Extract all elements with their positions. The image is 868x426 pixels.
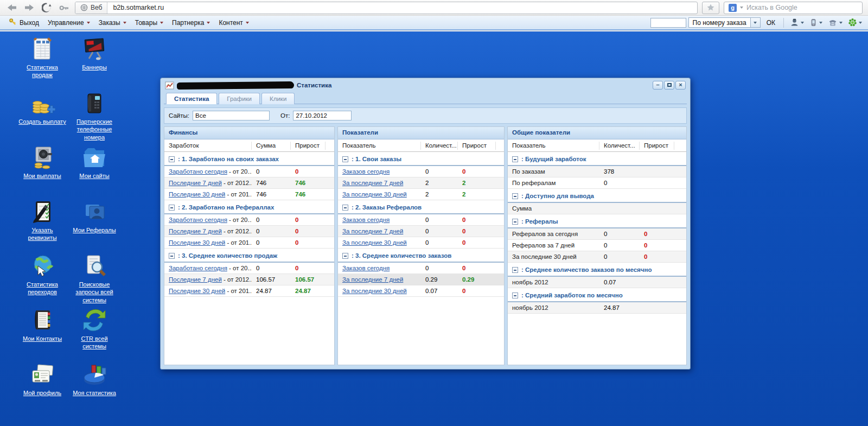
row-link[interactable]: Последние 30 дней: [169, 288, 225, 294]
group-header[interactable]: : 3. Среднее количество продаж: [164, 249, 334, 262]
menu-item-content[interactable]: Контент: [214, 17, 253, 28]
stat-row: Последние 30 дней - от 201...24.8724.87: [164, 285, 334, 297]
row-link[interactable]: За последние 30 дней: [342, 288, 407, 294]
group-header[interactable]: : Рефералы: [508, 214, 686, 227]
desktop-icon-search-queries[interactable]: Поисковые запросы всей системы: [68, 253, 120, 307]
reload-icon[interactable]: [40, 2, 53, 14]
search-type-select[interactable]: По номеру заказа: [688, 17, 751, 28]
desktop-icon-system-ctr[interactable]: CTR всей системы: [68, 307, 120, 361]
group-header[interactable]: : 1. Заработано на своих заказах: [164, 152, 334, 165]
row-link[interactable]: За последние 30 дней: [342, 191, 407, 198]
desktop-icon-my-statistics[interactable]: Моя статистика: [68, 361, 120, 416]
order-search-input[interactable]: [650, 18, 686, 28]
row-link[interactable]: Последние 7 дней: [169, 228, 222, 234]
collapse-minus-icon[interactable]: [512, 156, 518, 162]
desktop-icon-banners[interactable]: Баннеры: [68, 36, 120, 90]
column-header[interactable]: Количест...: [421, 142, 458, 150]
icq-menu-button[interactable]: [846, 18, 864, 27]
row-link[interactable]: За последние 30 дней: [342, 239, 407, 246]
sites-input[interactable]: [193, 111, 270, 120]
tab-statistics[interactable]: Статистика: [166, 93, 217, 104]
desktop-icon-create-payout[interactable]: Создать выплату: [16, 90, 68, 144]
row-link[interactable]: Последние 30 дней: [169, 191, 225, 198]
row-link[interactable]: Последние 30 дней: [169, 239, 225, 246]
menu-item-orders[interactable]: Заказы: [94, 17, 131, 28]
from-date-input[interactable]: [293, 111, 352, 120]
column-header[interactable]: Показатель: [338, 142, 421, 150]
group-header[interactable]: : 1. Свои заказы: [338, 152, 504, 165]
row-link[interactable]: Последние 7 дней: [169, 180, 222, 186]
search-type-dropdown-button[interactable]: [751, 17, 761, 28]
column-header[interactable]: Прирост: [640, 142, 674, 150]
desktop-icon-my-sites[interactable]: Мои сайты: [68, 144, 120, 199]
google-search-box[interactable]: g: [724, 2, 863, 14]
ok-button[interactable]: ОК: [763, 18, 779, 28]
collapse-minus-icon[interactable]: [512, 293, 518, 298]
collapse-minus-icon[interactable]: [512, 219, 518, 225]
row-link[interactable]: Заказов сегодня: [342, 265, 390, 271]
desktop-icon-enter-requisites[interactable]: Указать реквизиты: [16, 199, 68, 253]
desktop-icon-my-referrals[interactable]: Мои Рефералы: [68, 199, 120, 253]
group-header[interactable]: : 2. Заработано на Рефераллах: [164, 200, 334, 213]
desktop-icon-my-contacts[interactable]: Мои Контакты: [16, 307, 68, 361]
user-menu-button[interactable]: [788, 18, 806, 27]
row-link[interactable]: За последние 7 дней: [342, 228, 403, 234]
url-text[interactable]: b2b.sotmarket.ru: [107, 4, 169, 11]
phone-menu-button[interactable]: [826, 18, 844, 27]
mobile-menu-button[interactable]: [808, 18, 824, 27]
group-header[interactable]: : Средний заработок по месячно: [508, 288, 686, 301]
bookmark-star-button[interactable]: [702, 2, 719, 14]
row-link-suffix: - от 20...: [227, 168, 252, 175]
search-engine-dropdown-icon[interactable]: [740, 7, 743, 9]
key-icon[interactable]: [58, 2, 71, 14]
menu-item-logout[interactable]: Выход: [4, 16, 43, 29]
collapse-minus-icon[interactable]: [169, 253, 175, 259]
desktop-icon-my-profile[interactable]: Мой профиль: [16, 361, 68, 416]
row-link[interactable]: Заработано сегодня: [169, 168, 227, 175]
close-button[interactable]: ×: [675, 81, 686, 90]
tab-charts[interactable]: Графики: [219, 93, 260, 104]
row-link[interactable]: Заработано сегодня: [169, 265, 227, 271]
column-header[interactable]: Показатель: [508, 142, 599, 150]
column-header[interactable]: Прирост: [458, 142, 496, 150]
site-identity-button[interactable]: Веб: [75, 2, 107, 14]
tab-clicks[interactable]: Клики: [261, 93, 295, 104]
desktop-icon-sales-statistics[interactable]: Статистика продаж: [16, 36, 68, 90]
collapse-minus-icon[interactable]: [512, 193, 518, 199]
column-header[interactable]: Прирост: [291, 142, 326, 150]
row-link[interactable]: Заказов сегодня: [342, 217, 390, 223]
back-icon[interactable]: [5, 2, 18, 14]
google-search-input[interactable]: [746, 4, 858, 11]
maximize-button[interactable]: [664, 81, 674, 90]
column-header[interactable]: Количест...: [599, 142, 640, 150]
row-spacer: [496, 230, 504, 232]
group-header[interactable]: : 3. Среднее количество заказов: [338, 249, 504, 262]
group-header[interactable]: : Будущий заработок: [508, 152, 686, 165]
collapse-minus-icon[interactable]: [169, 156, 175, 162]
window-titlebar[interactable]: Статистика – ×: [164, 79, 687, 91]
desktop-icon-my-payouts[interactable]: Мои выплаты: [16, 144, 68, 199]
row-link[interactable]: За последние 7 дней: [342, 180, 403, 186]
group-header[interactable]: : Доступно для вывода: [508, 189, 686, 202]
menu-item-partnership[interactable]: Партнерка: [168, 17, 214, 28]
collapse-minus-icon[interactable]: [169, 205, 175, 211]
collapse-minus-icon[interactable]: [342, 156, 348, 162]
row-link[interactable]: Заказов сегодня: [342, 168, 390, 175]
collapse-minus-icon[interactable]: [342, 205, 348, 211]
row-link[interactable]: Последние 7 дней: [169, 276, 222, 283]
row-link[interactable]: За последние 7 дней: [342, 276, 403, 283]
minimize-button[interactable]: –: [653, 81, 663, 90]
desktop-icon-transition-statistics[interactable]: Статистика переходов: [16, 253, 68, 307]
row-link[interactable]: Заработано сегодня: [169, 217, 227, 223]
desktop-icon-partner-phone-numbers[interactable]: Партнерские телефонные номера: [68, 90, 120, 144]
group-header[interactable]: : 2. Заказы Рефералов: [338, 200, 504, 213]
collapse-minus-icon[interactable]: [342, 253, 348, 259]
collapse-minus-icon[interactable]: [512, 267, 518, 273]
menu-item-management[interactable]: Управление: [43, 17, 94, 28]
column-header[interactable]: Заработок: [164, 142, 252, 150]
url-bar[interactable]: Веб b2b.sotmarket.ru: [75, 2, 698, 14]
menu-item-products[interactable]: Товары: [131, 17, 168, 28]
column-header[interactable]: Сумма: [252, 142, 291, 150]
forward-icon[interactable]: [23, 2, 36, 14]
group-header[interactable]: : Среднее количество заказов по месячно: [508, 263, 686, 276]
